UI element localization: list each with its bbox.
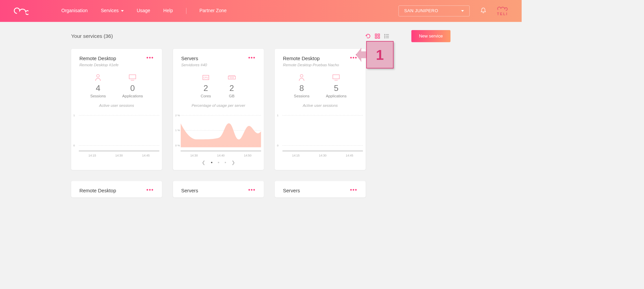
refresh-button[interactable] xyxy=(365,33,371,39)
nav-help[interactable]: Help xyxy=(163,8,173,14)
chart-ytick: 1 xyxy=(277,114,279,117)
svg-rect-0 xyxy=(375,34,377,35)
card-caption: Active user sessions xyxy=(275,103,366,107)
chart-xtick: 14:15 xyxy=(292,154,299,157)
chart-xtick: 14:50 xyxy=(244,154,251,157)
card-subtitle: Remote Desktop Pruebas Nacho xyxy=(275,63,366,67)
chart-xtick: 14:30 xyxy=(115,154,123,157)
svg-point-8 xyxy=(385,38,385,38)
stat-value: 8 xyxy=(294,83,309,93)
chart-ytick: 0 xyxy=(73,144,75,147)
chevron-down-icon xyxy=(461,10,464,12)
chevron-left-icon[interactable]: ❮ xyxy=(202,160,205,165)
chart-ytick: 1 % xyxy=(175,129,180,132)
svg-rect-3 xyxy=(378,37,379,39)
svg-rect-1 xyxy=(378,34,379,35)
stat-value: 4 xyxy=(90,83,106,93)
nav-organisation[interactable]: Organisation xyxy=(61,8,88,14)
service-card[interactable]: Servers•••Servidores #40CPU2CoresRAM2GBP… xyxy=(173,49,264,170)
service-card[interactable]: Servers••• xyxy=(173,181,264,197)
service-card[interactable]: Remote Desktop••• xyxy=(71,181,162,197)
card-subtitle: Remote Desktop #1efe xyxy=(71,63,162,67)
service-card[interactable]: Servers••• xyxy=(275,181,366,197)
list-view-button[interactable] xyxy=(384,33,389,39)
stat-label: GB xyxy=(227,94,236,98)
card-menu-button[interactable]: ••• xyxy=(146,56,154,62)
chart-xtick: 14:30 xyxy=(190,154,198,157)
main-nav: Organisation Services Usage Help Partner… xyxy=(61,8,226,14)
chevron-down-icon xyxy=(121,10,124,12)
service-card[interactable]: Remote Desktop•••Remote Desktop #1efe4Se… xyxy=(71,49,162,170)
chart-ytick: 0 % xyxy=(175,144,180,147)
notifications-button[interactable] xyxy=(480,7,486,15)
stat-label: Sessions xyxy=(90,94,106,98)
stat-label: Applications xyxy=(326,94,346,98)
nav-services-label: Services xyxy=(101,8,119,14)
partner-logo: TELI xyxy=(497,6,508,16)
card-menu-button[interactable]: ••• xyxy=(248,188,256,194)
svg-rect-2 xyxy=(375,37,377,39)
chart-xtick: 14:45 xyxy=(142,154,150,157)
card-title: Remote Desktop xyxy=(283,56,320,62)
user-icon xyxy=(294,74,309,81)
card-menu-button[interactable]: ••• xyxy=(350,188,357,194)
card-caption: Percentage of usage per server xyxy=(173,103,264,107)
card-menu-button[interactable]: ••• xyxy=(146,188,154,194)
chart-xtick: 14:15 xyxy=(89,154,96,157)
app-header: Organisation Services Usage Help Partner… xyxy=(0,0,522,22)
nav-partner-zone[interactable]: Partner Zone xyxy=(199,8,226,14)
service-card[interactable]: Remote Desktop•••Remote Desktop Pruebas … xyxy=(275,49,366,170)
nav-services[interactable]: Services xyxy=(101,8,123,14)
pager-dot[interactable] xyxy=(218,162,219,163)
pager-dot[interactable] xyxy=(211,162,212,163)
user-icon xyxy=(90,74,106,81)
stat-value: 2 xyxy=(201,83,211,93)
page-title: Your services (36) xyxy=(71,33,113,39)
chart-gridline xyxy=(79,145,159,146)
stat-value: 0 xyxy=(122,83,143,93)
chart-xtick: 14:45 xyxy=(346,154,353,157)
nav-usage[interactable]: Usage xyxy=(137,8,150,14)
chart-ytick: 0 xyxy=(277,144,279,147)
stat-block: 4Sessions xyxy=(90,74,106,98)
monitor-icon xyxy=(122,74,143,81)
chart-area-plot xyxy=(181,113,261,147)
chart-xtick: 14:30 xyxy=(319,154,326,157)
new-service-button[interactable]: New service xyxy=(411,30,450,42)
stat-block: 0Applications xyxy=(122,74,143,98)
svg-point-10 xyxy=(97,74,99,77)
stat-block: 5Applications xyxy=(326,74,346,98)
card-caption: Active user sessions xyxy=(71,103,162,107)
chart-ytick: 1 xyxy=(73,114,75,117)
organisation-selector[interactable]: SAN JUNIPERO xyxy=(398,5,470,16)
card-title: Servers xyxy=(181,188,198,194)
organisation-selected-label: SAN JUNIPERO xyxy=(404,8,438,14)
svg-rect-11 xyxy=(129,75,136,79)
chart-gridline xyxy=(282,115,363,116)
chart-ytick: 2 % xyxy=(175,114,180,117)
pager-dot[interactable] xyxy=(225,162,226,163)
chart-gridline xyxy=(79,115,159,116)
stat-block: 8Sessions xyxy=(294,74,309,98)
card-menu-button[interactable]: ••• xyxy=(350,56,357,62)
card-menu-button[interactable]: ••• xyxy=(248,56,256,62)
nav-divider xyxy=(186,8,187,14)
svg-text:RAM: RAM xyxy=(230,77,234,79)
card-title: Servers xyxy=(283,188,300,194)
stat-label: Cores xyxy=(201,94,211,98)
svg-point-4 xyxy=(385,34,385,35)
card-title: Servers xyxy=(181,56,198,62)
chart-xtick: 14:40 xyxy=(217,154,225,157)
chevron-right-icon[interactable]: ❯ xyxy=(231,160,235,165)
stat-block: RAM2GB xyxy=(227,74,236,98)
monitor-icon xyxy=(326,74,346,81)
ram-icon: RAM xyxy=(227,74,236,81)
svg-text:CPU: CPU xyxy=(203,76,208,79)
stat-value: 2 xyxy=(227,83,236,93)
chart-gridline xyxy=(282,145,363,146)
svg-point-6 xyxy=(385,36,385,37)
svg-rect-24 xyxy=(333,75,339,79)
cpu-icon: CPU xyxy=(201,74,211,81)
stat-value: 5 xyxy=(326,83,346,93)
grid-view-button[interactable] xyxy=(375,33,380,39)
